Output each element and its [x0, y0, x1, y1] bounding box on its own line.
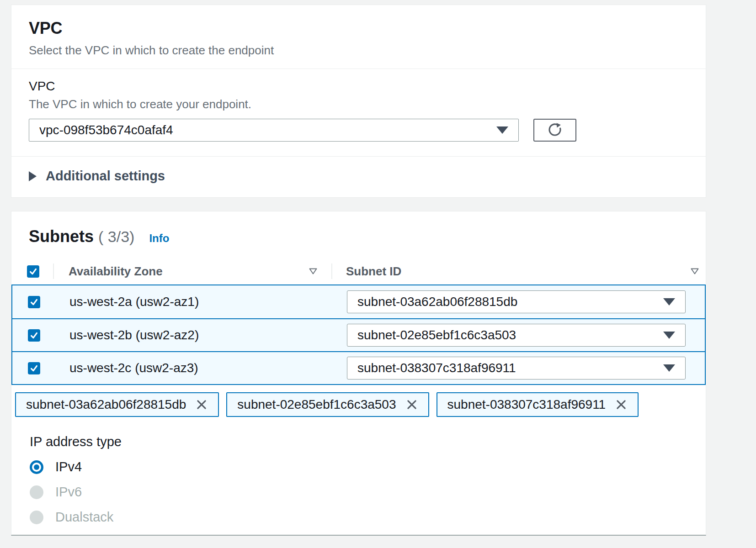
token-chip: subnet-03a62ab06f28815db	[15, 392, 219, 417]
vpc-panel-header: VPC Select the VPC in which to create th…	[11, 5, 706, 69]
row-checkbox[interactable]	[28, 362, 40, 374]
column-header-availability-zone: Availability Zone	[69, 264, 163, 279]
additional-settings-label: Additional settings	[46, 169, 165, 184]
radio-button-disabled	[30, 485, 43, 499]
checkmark-icon	[30, 298, 38, 306]
vpc-field-description: The VPC in which to create your endpoint…	[29, 97, 688, 111]
expand-triangle-icon	[29, 171, 37, 181]
chevron-down-icon	[663, 332, 675, 339]
vpc-select-value: vpc-098f53b674c0afaf4	[39, 123, 173, 137]
dismiss-token-button[interactable]	[195, 398, 208, 411]
selected-subnet-tokens: subnet-03a62ab06f28815db subnet-02e85ebf…	[15, 392, 706, 417]
vpc-select[interactable]: vpc-098f53b674c0afaf4	[29, 119, 519, 142]
info-link[interactable]: Info	[149, 232, 169, 245]
close-icon	[195, 398, 208, 411]
table-row: us-west-2c (usw2-az3) subnet-038307c318a…	[12, 351, 705, 384]
ip-address-type-label: IP address type	[30, 434, 706, 449]
vpc-panel: VPC Select the VPC in which to create th…	[11, 5, 706, 198]
refresh-button[interactable]	[533, 119, 576, 142]
vpc-field-label: VPC	[29, 79, 688, 94]
chevron-down-icon	[663, 298, 675, 306]
subnet-select-value: subnet-03a62ab06f28815db	[357, 295, 517, 309]
checkmark-icon	[30, 364, 38, 373]
availability-zone-label: us-west-2a (usw2-az1)	[69, 295, 319, 309]
subnet-table-rows: us-west-2a (usw2-az1) subnet-03a62ab06f2…	[11, 285, 706, 385]
subnet-select[interactable]: subnet-02e85ebf1c6c3a503	[347, 324, 686, 347]
radio-label: IPv6	[55, 485, 82, 500]
checkmark-icon	[30, 331, 38, 340]
select-all-checkbox[interactable]	[27, 265, 39, 278]
vpc-panel-title: VPC	[29, 19, 688, 38]
radio-option-ipv4[interactable]: IPv4	[30, 459, 706, 474]
subnets-panel: Subnets ( 3/3) Info Availability Zone Su…	[11, 211, 706, 536]
chevron-down-icon	[663, 364, 675, 372]
dismiss-token-button[interactable]	[615, 398, 628, 411]
table-header-row: Availability Zone Subnet ID	[11, 258, 706, 285]
vpc-field-group: VPC The VPC in which to create your endp…	[11, 69, 706, 142]
sort-icon-availability-zone[interactable]	[309, 268, 318, 275]
additional-settings-expander[interactable]: Additional settings	[11, 156, 706, 197]
chevron-down-icon	[496, 126, 508, 134]
token-label: subnet-02e85ebf1c6c3a503	[237, 397, 396, 412]
sort-icon-subnet-id[interactable]	[690, 268, 699, 275]
row-checkbox[interactable]	[28, 296, 40, 308]
header-divider	[53, 263, 54, 279]
close-icon	[405, 398, 418, 411]
subnets-title: Subnets	[29, 227, 94, 246]
table-row: us-west-2b (usw2-az2) subnet-02e85ebf1c6…	[12, 318, 705, 351]
checkmark-icon	[29, 267, 37, 276]
token-chip: subnet-02e85ebf1c6c3a503	[226, 392, 429, 417]
refresh-icon	[547, 121, 563, 139]
ip-address-type-group: IP address type IPv4 IPv6 Dualstack	[30, 434, 706, 525]
subnet-select-value: subnet-02e85ebf1c6c3a503	[357, 328, 516, 342]
row-checkbox[interactable]	[28, 329, 40, 342]
token-label: subnet-03a62ab06f28815db	[26, 397, 186, 412]
subnets-panel-header: Subnets ( 3/3) Info	[11, 211, 706, 258]
availability-zone-label: us-west-2b (usw2-az2)	[69, 328, 319, 342]
subnets-count: ( 3/3)	[98, 228, 134, 246]
close-icon	[615, 398, 628, 411]
subnet-select[interactable]: subnet-038307c318af96911	[347, 357, 686, 379]
radio-option-ipv6: IPv6	[30, 485, 706, 500]
radio-label: IPv4	[55, 459, 82, 474]
dismiss-token-button[interactable]	[405, 398, 418, 411]
subnet-select-value: subnet-038307c318af96911	[357, 361, 516, 375]
availability-zone-label: us-west-2c (usw2-az3)	[69, 361, 319, 375]
token-label: subnet-038307c318af96911	[447, 397, 606, 412]
header-divider	[331, 263, 332, 279]
token-chip: subnet-038307c318af96911	[437, 392, 639, 417]
subnet-select[interactable]: subnet-03a62ab06f28815db	[347, 290, 686, 313]
column-header-subnet-id: Subnet ID	[346, 264, 401, 279]
table-row: us-west-2a (usw2-az1) subnet-03a62ab06f2…	[12, 285, 705, 318]
vpc-panel-subtitle: Select the VPC in which to create the en…	[29, 43, 688, 58]
radio-label: Dualstack	[55, 510, 113, 525]
radio-option-dualstack: Dualstack	[30, 510, 706, 525]
radio-button-disabled	[30, 511, 43, 524]
radio-button-selected[interactable]	[30, 460, 43, 474]
